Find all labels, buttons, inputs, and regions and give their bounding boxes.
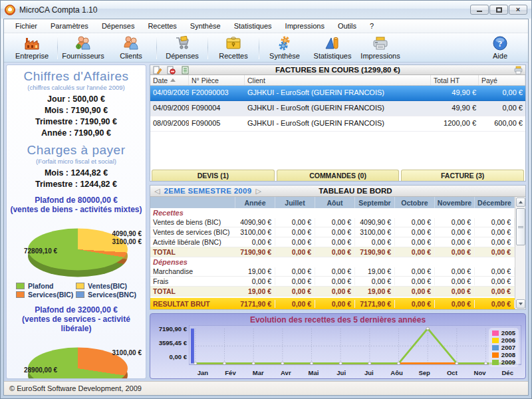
scrollbar-thumb[interactable] [516, 208, 525, 245]
column-paye[interactable]: Payé [479, 75, 525, 85]
next-period-arrow-icon[interactable]: ▷ [251, 187, 265, 196]
tab-devis[interactable]: DEVIS (1) [152, 170, 275, 181]
chiffres-affaires-subtitle: (chiffres calculés sur l'année 2009) [9, 84, 143, 91]
column-piece[interactable]: N° Pièce [189, 75, 245, 85]
row-value: 7190,90 € [355, 248, 395, 256]
y-tick: 7190,90 € [159, 325, 187, 332]
row-value: 0,00 € [395, 267, 435, 275]
column-date[interactable]: Date [150, 75, 189, 85]
column-annee: Année [235, 197, 275, 208]
column-total-ht[interactable]: Total HT [431, 75, 479, 85]
maximize-icon [496, 7, 502, 13]
x-tick: Oct [438, 369, 466, 377]
row-value: 0,00 € [275, 248, 315, 256]
column-label: Payé [481, 76, 497, 84]
row-value: 19,00 € [235, 287, 275, 295]
toolbar-aide-button[interactable]: ? Aide [476, 33, 524, 62]
toolbar-statistiques-button[interactable]: Statistiques [309, 33, 356, 62]
maximize-button[interactable] [489, 5, 508, 15]
minimize-button[interactable] [470, 5, 489, 15]
toolbar-impressions-button[interactable]: Impressions [356, 33, 404, 62]
dashboard-title: TABLEAU DE BORD [265, 187, 525, 195]
menu-statistiques[interactable]: Statistiques [228, 21, 278, 31]
invoice-cell: F090004 [189, 101, 245, 116]
x-tick: Nov [466, 369, 494, 377]
pie-chart-services: Plafond de 32000,00 € (ventes de service… [9, 305, 143, 379]
invoice-row[interactable]: 04/09/2009F20090003GJHKUI - EuroSoft (GU… [150, 86, 525, 101]
menu-impressions[interactable]: Impressions [279, 21, 331, 31]
toolbar-clients-button[interactable]: Clients [107, 33, 155, 62]
charges-mois-value: Mois : 1244,82 € [9, 168, 143, 179]
toolbar-entreprise-button[interactable]: Entreprise [8, 33, 56, 62]
gears-icon [276, 35, 293, 51]
menu-aide-q[interactable]: ? [364, 21, 380, 31]
row-value: 0,00 € [315, 267, 355, 275]
toolbar-depenses-button[interactable]: Dépenses [158, 33, 206, 62]
invoices-header: FACTURES EN COURS (1299,80 €) [150, 65, 525, 75]
row-value: 0,00 € [395, 248, 435, 256]
invoice-cell: 04/09/2009 [150, 101, 189, 116]
shopping-cart-icon [174, 35, 191, 51]
previous-period-arrow-icon[interactable]: ◁ [150, 187, 164, 196]
cashbox-icon [225, 35, 242, 51]
row-value: 0,00 € [355, 238, 395, 246]
legend-label: 2006 [501, 336, 515, 344]
pie1-label-ventes: 4090,90 € [112, 230, 142, 237]
tab-facture[interactable]: FACTURE (3) [401, 170, 524, 181]
menu-synthese[interactable]: Synthèse [184, 21, 227, 31]
row-value: 19,00 € [355, 267, 395, 275]
row-value: 0,00 € [315, 238, 355, 246]
scroll-up-button[interactable] [516, 198, 525, 207]
close-button[interactable]: × [509, 5, 527, 15]
evolution-chart-panel: Evolution des recettes des 5 dernières a… [150, 313, 526, 379]
column-client[interactable]: Client [245, 75, 431, 85]
pie2-title: Plafond de 32000,00 € [9, 305, 143, 315]
column-juillet: Juillet [275, 197, 315, 208]
row-label: Activité libérale (BNC) [150, 238, 235, 246]
invoice-row[interactable]: 04/09/2009F090004GJHKUI - EuroSoft (GUER… [150, 101, 525, 116]
row-value: 0,00 € [475, 228, 515, 236]
toolbar-label: Aide [493, 52, 507, 60]
legend-swatch [492, 360, 499, 365]
close-icon: × [516, 6, 520, 13]
note-document-icon[interactable] [181, 66, 190, 74]
column-label: Date [153, 76, 168, 84]
tab-commandes[interactable]: COMMANDES (0) [277, 170, 400, 181]
print-icon[interactable] [514, 66, 523, 74]
row-label: Recettes [150, 209, 235, 217]
toolbar-synthese-button[interactable]: Synthèse [261, 33, 309, 62]
legend-swatch [16, 283, 25, 289]
invoice-cell: F20090003 [189, 86, 245, 100]
column-decembre: Décembre [475, 197, 515, 208]
legend-label: 2009 [501, 358, 515, 366]
menu-parametres[interactable]: Paramètres [45, 21, 94, 31]
invoice-cell: 49,90 € [431, 101, 479, 116]
column-label: Total HT [434, 76, 460, 84]
scroll-down-button[interactable] [516, 299, 525, 309]
toolbar-label: Fournisseurs [62, 52, 104, 60]
toolbar-fournisseurs-button[interactable]: Fournisseurs [59, 33, 107, 62]
row-value: 0,00 € [475, 300, 515, 308]
invoice-row[interactable]: 08/09/2009F090005GJHKUI - EuroSoft (GUER… [150, 116, 525, 132]
delete-document-icon[interactable] [167, 66, 176, 74]
vertical-scrollbar[interactable] [515, 197, 525, 309]
menu-recettes[interactable]: Recettes [142, 21, 182, 31]
row-value: 0,00 € [395, 287, 435, 295]
row-value: 19,00 € [235, 267, 275, 275]
row-value: 7171,90 € [235, 300, 275, 308]
menu-fichier[interactable]: Fichier [9, 21, 43, 31]
menu-outils[interactable]: Outils [332, 21, 362, 31]
charges-trimestre-value: Trimestre : 1244,82 € [9, 179, 143, 190]
row-value: 0,00 € [395, 218, 435, 226]
toolbar-label: Clients [120, 52, 142, 60]
y-tick: 3595,45 € [159, 339, 187, 346]
edit-document-icon[interactable] [153, 66, 162, 74]
row-value: 0,00 € [275, 267, 315, 275]
row-value: 0,00 € [315, 287, 355, 295]
menu-depenses[interactable]: Dépenses [96, 21, 141, 31]
toolbar-recettes-button[interactable]: Recettes [209, 33, 257, 62]
pie1-subtitle: (ventes de biens - activités mixtes) [9, 205, 143, 214]
row-value: 0,00 € [315, 248, 355, 256]
sidebar-panel: Chiffres d'Affaires (chiffres calculés s… [6, 65, 146, 379]
x-tick: Mai [300, 369, 328, 377]
